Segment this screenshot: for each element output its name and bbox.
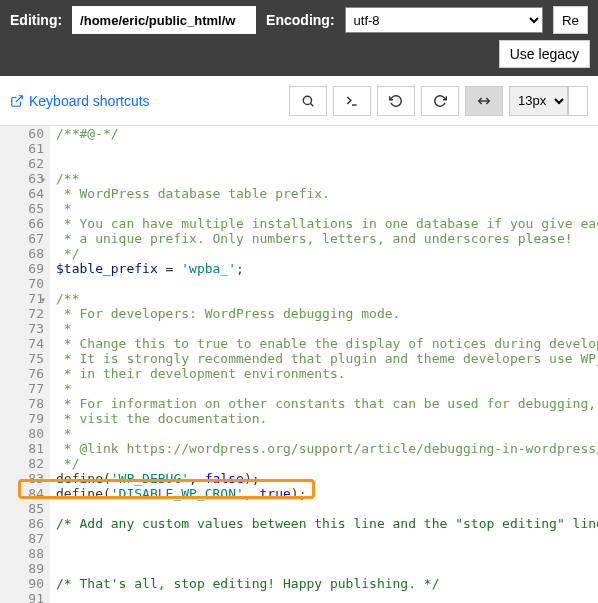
gutter-line: 69 [3, 261, 44, 276]
svg-line-2 [310, 103, 313, 106]
code-line[interactable] [56, 501, 598, 516]
gutter-line: 84 [3, 486, 44, 501]
code-line[interactable]: * in their development environments. [56, 366, 598, 381]
code-line[interactable] [56, 276, 598, 291]
code-line[interactable]: /** [56, 171, 598, 186]
gutter-line: 78 [3, 396, 44, 411]
gutter-line: 76 [3, 366, 44, 381]
gutter-line: 73 [3, 321, 44, 336]
editing-label: Editing: [10, 12, 62, 28]
undo-button[interactable] [377, 86, 415, 116]
code-line[interactable]: * [56, 201, 598, 216]
gutter-line: 83 [3, 471, 44, 486]
encoding-label: Encoding: [266, 12, 334, 28]
more-button[interactable] [568, 86, 588, 116]
redo-button[interactable] [421, 86, 459, 116]
gutter-line: 71▾ [3, 291, 44, 306]
code-line[interactable]: * Change this to true to enable the disp… [56, 336, 598, 351]
code-line[interactable]: $table_prefix = 'wpba_'; [56, 261, 598, 276]
gutter-line: 91 [3, 591, 44, 603]
gutter-line: 65 [3, 201, 44, 216]
fold-icon[interactable]: ▾ [40, 172, 46, 187]
gutter-line: 90 [3, 576, 44, 591]
gutter-line: 81 [3, 441, 44, 456]
encoding-select[interactable]: utf-8 [345, 7, 543, 33]
gutter-line: 89 [3, 561, 44, 576]
code-line[interactable]: define('DISABLE_WP_CRON', true); [56, 486, 598, 501]
code-line[interactable]: * a unique prefix. Only numbers, letters… [56, 231, 598, 246]
gutter-line: 63▾ [3, 171, 44, 186]
gutter-line: 67 [3, 231, 44, 246]
code-line[interactable]: * For developers: WordPress debugging mo… [56, 306, 598, 321]
code-line[interactable]: /* That's all, stop editing! Happy publi… [56, 576, 598, 591]
gutter-line: 61 [3, 141, 44, 156]
external-link-icon [10, 94, 24, 108]
svg-point-1 [303, 96, 311, 104]
topbar: Editing: Encoding: utf-8 Re [0, 0, 598, 40]
terminal-button[interactable] [333, 86, 371, 116]
path-input[interactable] [72, 6, 256, 34]
code-line[interactable]: /**#@-*/ [56, 126, 598, 141]
gutter-line: 62 [3, 156, 44, 171]
gutter-line: 87 [3, 531, 44, 546]
code-line[interactable] [56, 546, 598, 561]
gutter-line: 60 [3, 126, 44, 141]
legacy-button[interactable]: Use legacy [499, 40, 590, 68]
code-area[interactable]: /**#@-*/ /** * WordPress database table … [50, 126, 598, 603]
gutter-line: 80 [3, 426, 44, 441]
wrap-icon [477, 94, 491, 108]
wrap-button[interactable] [465, 86, 503, 116]
keyboard-shortcuts-label: Keyboard shortcuts [29, 93, 150, 109]
gutter-line: 74 [3, 336, 44, 351]
code-line[interactable]: * You can have multiple installations in… [56, 216, 598, 231]
code-line[interactable]: * [56, 381, 598, 396]
code-line[interactable]: */ [56, 456, 598, 471]
code-line[interactable]: * For information on other constants tha… [56, 396, 598, 411]
code-line[interactable]: */ [56, 246, 598, 261]
code-line[interactable] [56, 531, 598, 546]
gutter: 60616263▾6465666768697071▾72737475767778… [0, 126, 50, 603]
code-line[interactable]: * [56, 426, 598, 441]
code-line[interactable] [56, 156, 598, 171]
undo-icon [389, 94, 403, 108]
keyboard-shortcuts-link[interactable]: Keyboard shortcuts [10, 93, 150, 109]
gutter-line: 75 [3, 351, 44, 366]
search-icon [301, 94, 315, 108]
legacy-bar: Use legacy [0, 40, 598, 76]
search-button[interactable] [289, 86, 327, 116]
gutter-line: 79 [3, 411, 44, 426]
gutter-line: 68 [3, 246, 44, 261]
editor[interactable]: 60616263▾6465666768697071▾72737475767778… [0, 126, 598, 603]
gutter-line: 64 [3, 186, 44, 201]
toolbar: Keyboard shortcuts 13px [0, 76, 598, 126]
code-line[interactable]: * WordPress database table prefix. [56, 186, 598, 201]
code-line[interactable] [56, 561, 598, 576]
gutter-line: 88 [3, 546, 44, 561]
gutter-line: 66 [3, 216, 44, 231]
code-line[interactable]: define('WP_DEBUG', false); [56, 471, 598, 486]
code-line[interactable]: * visit the documentation. [56, 411, 598, 426]
code-line[interactable] [56, 591, 598, 603]
code-line[interactable]: * @link https://wordpress.org/support/ar… [56, 441, 598, 456]
code-line[interactable]: /* Add any custom values between this li… [56, 516, 598, 531]
gutter-line: 70 [3, 276, 44, 291]
code-line[interactable] [56, 141, 598, 156]
gutter-line: 72 [3, 306, 44, 321]
terminal-icon [345, 94, 359, 108]
redo-icon [433, 94, 447, 108]
fold-icon[interactable]: ▾ [40, 292, 46, 307]
code-line[interactable]: * [56, 321, 598, 336]
code-line[interactable]: /** [56, 291, 598, 306]
gutter-line: 86 [3, 516, 44, 531]
gutter-line: 85 [3, 501, 44, 516]
gutter-line: 77 [3, 381, 44, 396]
code-line[interactable]: * It is strongly recommended that plugin… [56, 351, 598, 366]
font-size-select[interactable]: 13px [509, 86, 568, 116]
svg-line-0 [16, 95, 22, 101]
gutter-line: 82 [3, 456, 44, 471]
re-button[interactable]: Re [553, 6, 588, 34]
toolbar-right: 13px [289, 86, 588, 116]
